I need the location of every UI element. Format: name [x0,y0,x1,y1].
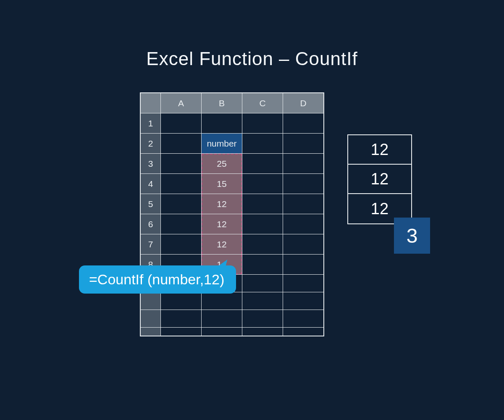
cell-B3: 25 [202,154,242,174]
cell-B4: 15 [202,174,242,194]
cell-C2 [242,134,283,154]
col-header-A: A [161,93,202,113]
row-header-blank [141,310,161,328]
cell-A4 [161,174,202,194]
cell-A7 [161,234,202,255]
cell-A5 [161,194,202,214]
cell-C6 [242,214,283,234]
table-row-empty [141,310,324,328]
table-row: 2 number [141,134,324,154]
row-header-8: 8 [141,255,161,275]
row-header-1: 1 [141,113,161,134]
cell-A8 [161,255,202,275]
table-row: 5 12 [141,194,324,214]
spreadsheet: A B C D 1 2 number [140,92,324,336]
cell-D7 [283,234,324,255]
named-range-header: number [202,134,242,154]
row-header-2: 2 [141,134,161,154]
col-header-C: C [242,93,283,113]
spreadsheet-table: A B C D 1 2 number [140,93,324,336]
row-header-7: 7 [141,234,161,255]
cell-D2 [283,134,324,154]
cell-B5: 12 [202,194,242,214]
table-row-empty [141,292,324,310]
match-item: 12 [348,165,411,194]
table-row: 8 14 [141,255,324,275]
cell-B7: 12 [202,234,242,255]
column-header-row: A B C D [141,93,324,113]
cell-D8 [283,255,324,275]
cell-C1 [242,113,283,134]
cell-D3 [283,154,324,174]
cell-C4 [242,174,283,194]
table-row-empty [141,275,324,292]
table-row: 3 25 [141,154,324,174]
cell-C8 [242,255,283,275]
cell-B8: 14 [202,255,242,275]
cell-B1 [202,113,242,134]
cell-D6 [283,214,324,234]
cell-A1 [161,113,202,134]
diagram-canvas: Excel Function – CountIf A B C D 1 2 [0,0,504,420]
cell-A3 [161,154,202,174]
cell-C7 [242,234,283,255]
corner-cell [141,93,161,113]
match-list: 12 12 12 [347,134,412,224]
row-header-5: 5 [141,194,161,214]
row-header-blank [141,292,161,310]
table-row: 6 12 [141,214,324,234]
row-header-blank [141,275,161,292]
cell-B6: 12 [202,214,242,234]
cell-C5 [242,194,283,214]
col-header-B: B [202,93,242,113]
row-header-4: 4 [141,174,161,194]
table-row: 1 [141,113,324,134]
row-header-blank [141,328,161,336]
cell-D5 [283,194,324,214]
col-header-D: D [283,93,324,113]
table-row: 4 15 [141,174,324,194]
count-result-badge: 3 [394,218,430,254]
cell-D1 [283,113,324,134]
table-row: 7 12 [141,234,324,255]
row-header-6: 6 [141,214,161,234]
match-item: 12 [348,135,411,165]
page-title: Excel Function – CountIf [0,48,504,69]
cell-A2 [161,134,202,154]
cell-C3 [242,154,283,174]
table-row-empty [141,328,324,336]
cell-A6 [161,214,202,234]
cell-D4 [283,174,324,194]
row-header-3: 3 [141,154,161,174]
